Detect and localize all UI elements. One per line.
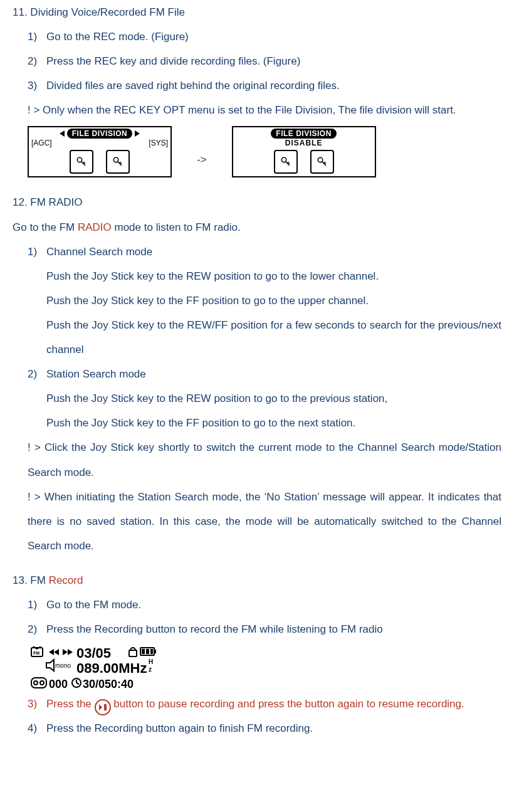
step-num: 3) (28, 692, 37, 716)
key-icon (76, 156, 87, 167)
sys-label: [SYS] (149, 139, 168, 147)
sec12-step-2: 2) Station Search mode (28, 362, 501, 386)
count-text: 000 (49, 678, 68, 690)
title-a: 13. FM (13, 574, 49, 586)
intro-b: mode to listen to FM radio. (112, 221, 241, 233)
figure-file-division: FILE DIVISION [AGC] [SYS] -> FILE DIVISI… (28, 126, 501, 177)
svg-point-13 (34, 681, 38, 685)
sec12-step-2a: Push the Joy Stick key to the REW positi… (28, 386, 501, 411)
step-text: Go to the FM mode. (46, 599, 141, 611)
sec12-step-2b: Push the Joy Stick key to the FF positio… (28, 411, 501, 435)
step-text: Go to the REC mode. (Figure) (46, 31, 189, 43)
key-icon-box (274, 150, 298, 174)
sec11-step-3: 3) Divided files are saved right behind … (28, 73, 501, 98)
svg-rect-9 (146, 649, 149, 654)
section-13-title: 13. FM Record (13, 568, 501, 593)
step-text: Divided files are saved right behind the… (46, 80, 340, 92)
sec13-step-3: 3) Press the button to pause recording a… (28, 692, 501, 716)
sec13-step-4: 4) Press the Recording button again to f… (28, 716, 501, 741)
agc-label: [AGC] (31, 139, 52, 147)
section-12-title: 12. FM RADIO (13, 190, 501, 214)
sec12-intro: Go to the FM RADIO mode to listen to FM … (13, 215, 501, 240)
lcd-header-pill: FILE DIVISION (67, 129, 133, 139)
sec11-note-1: ! > Only when the REC KEY OPT menu is se… (28, 98, 501, 122)
key-icon-box (106, 150, 130, 174)
step-text: Press the Recording button to record the… (46, 623, 383, 635)
svg-point-14 (40, 681, 44, 685)
track-text: 03/05 (76, 645, 111, 661)
svg-rect-10 (150, 649, 153, 654)
step-num: 1) (28, 593, 37, 617)
mono-text: mono (55, 662, 71, 669)
svg-rect-11 (154, 650, 156, 653)
key-icon (280, 156, 291, 167)
fm-lcd-figure: FM 03/05 mono 089.00MHz H z (28, 644, 158, 690)
sec11-step-1: 1) Go to the REC mode. (Figure) (28, 24, 501, 49)
step-text: Channel Search mode (46, 246, 152, 258)
sec12-step-1c: Push the Joy Stick key to the REW/FF pos… (28, 313, 501, 362)
intro-a: Go to the FM (13, 221, 78, 233)
sec11-step-2: 2) Press the REC key and divide recordin… (28, 49, 501, 73)
play-pause-icon (95, 699, 111, 715)
intro-radio: RADIO (78, 221, 112, 233)
time-text: 30/050:40 (83, 678, 134, 690)
step-num: 2) (28, 617, 37, 641)
sec13-step-1: 1) Go to the FM mode. (28, 593, 501, 617)
svg-rect-16 (104, 704, 107, 710)
step-num: 1) (28, 240, 37, 264)
step-num: 2) (28, 49, 37, 73)
step-text-a: Press the (46, 698, 95, 710)
lcd-left: FILE DIVISION [AGC] [SYS] (28, 126, 172, 177)
svg-text:FM: FM (33, 651, 39, 655)
step-text-b: button to pause recording and press the … (113, 698, 464, 710)
z-label: z (149, 666, 152, 673)
h-label: H (149, 658, 153, 665)
step-num: 2) (28, 362, 37, 386)
arrow-text: -> (197, 154, 207, 177)
key-icon (112, 156, 123, 167)
sec12-note-1: ! > Click the Joy Stick key shortly to s… (28, 435, 501, 484)
key-icon-box (70, 150, 93, 174)
lcd-right: FILE DIVISION DISABLE (232, 126, 376, 177)
triangle-left-icon (60, 130, 65, 137)
sec12-step-1: 1) Channel Search mode (28, 240, 501, 264)
step-text: Press the REC key and divide recording f… (46, 55, 300, 67)
lcd-header-pill: FILE DIVISION (271, 129, 337, 139)
section-11-title: 11. Dividing Voice/Recorded FM File (13, 0, 501, 24)
sec12-step-1b: Push the Joy Stick key to the FF positio… (28, 288, 501, 313)
step-num: 4) (28, 716, 37, 741)
svg-rect-6 (129, 650, 137, 656)
freq-text: 089.00MHz (76, 660, 147, 676)
sec13-step-2: 2) Press the Recording button to record … (28, 617, 501, 641)
step-num: 3) (28, 73, 37, 98)
key-icon (317, 156, 328, 167)
svg-rect-8 (142, 649, 145, 654)
triangle-right-icon (135, 130, 140, 137)
sec12-step-1a: Push the Joy Stick key to the REW positi… (28, 264, 501, 288)
step-text: Press the Recording button again to fini… (46, 722, 313, 734)
disable-label: DISABLE (233, 139, 375, 147)
title-record: Record (49, 574, 83, 586)
sec12-note-2: ! > When initiating the Station Search m… (28, 485, 501, 558)
step-num: 1) (28, 24, 37, 49)
key-icon-box (310, 150, 334, 174)
step-text: Station Search mode (46, 368, 146, 380)
